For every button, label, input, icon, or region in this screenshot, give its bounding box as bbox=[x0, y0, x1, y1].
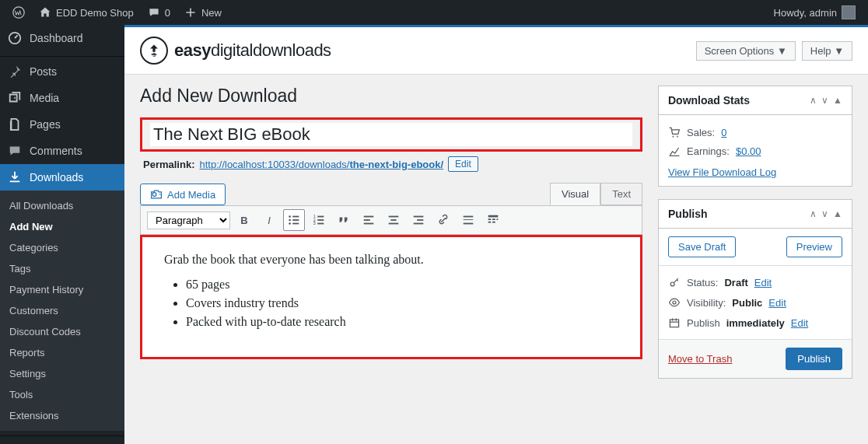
svg-rect-9 bbox=[292, 223, 299, 225]
tab-visual[interactable]: Visual bbox=[550, 183, 600, 205]
home-icon bbox=[39, 6, 51, 19]
svg-rect-29 bbox=[488, 219, 492, 220]
svg-point-0 bbox=[13, 7, 24, 18]
menu-comments[interactable]: Comments bbox=[0, 138, 124, 164]
comments-link[interactable]: 0 bbox=[142, 0, 177, 25]
dashboard-icon bbox=[8, 31, 22, 45]
menu-posts[interactable]: Posts bbox=[0, 58, 124, 85]
help-button[interactable]: Help ▼ bbox=[802, 41, 852, 61]
svg-rect-23 bbox=[417, 219, 423, 221]
submenu-discount-codes[interactable]: Discount Codes bbox=[0, 321, 124, 342]
svg-rect-22 bbox=[414, 216, 424, 218]
content-bullet: Covers industry trends bbox=[186, 296, 618, 310]
tab-text[interactable]: Text bbox=[600, 183, 642, 205]
wp-logo[interactable] bbox=[6, 0, 31, 25]
submenu-extensions[interactable]: Extensions bbox=[0, 405, 124, 426]
screen-options-button[interactable]: Screen Options ▼ bbox=[696, 41, 796, 61]
svg-point-8 bbox=[289, 222, 291, 225]
publish-title: Publish bbox=[668, 208, 708, 220]
svg-rect-11 bbox=[317, 216, 324, 218]
editor-toolbar: Paragraph B I 123 bbox=[140, 205, 642, 235]
permalink-link[interactable]: http://localhost:10033/downloads/the-nex… bbox=[199, 159, 443, 170]
permalink-edit-button[interactable]: Edit bbox=[448, 156, 478, 172]
svg-rect-21 bbox=[389, 223, 399, 225]
menu-downloads[interactable]: Downloads bbox=[0, 164, 124, 191]
svg-text:$: $ bbox=[152, 52, 156, 58]
svg-point-35 bbox=[677, 135, 678, 137]
sales-value-link[interactable]: 0 bbox=[721, 127, 726, 138]
publish-button[interactable]: Publish bbox=[786, 348, 842, 370]
svg-rect-31 bbox=[497, 219, 499, 220]
format-select[interactable]: Paragraph bbox=[147, 212, 230, 229]
align-left-button[interactable] bbox=[358, 209, 380, 231]
align-right-button[interactable] bbox=[408, 209, 429, 231]
blockquote-button[interactable] bbox=[333, 209, 355, 231]
readmore-button[interactable] bbox=[457, 209, 479, 231]
svg-point-4 bbox=[289, 215, 291, 218]
edit-visibility-link[interactable]: Edit bbox=[768, 297, 786, 309]
svg-rect-16 bbox=[364, 216, 374, 218]
bullet-list-button[interactable] bbox=[283, 209, 305, 231]
user-greeting[interactable]: Howdy, admin bbox=[768, 0, 862, 25]
menu-media[interactable]: Media bbox=[0, 85, 124, 111]
svg-point-37 bbox=[673, 301, 676, 304]
numbered-list-button[interactable]: 123 bbox=[308, 209, 330, 231]
move-down-icon[interactable]: ∨ bbox=[821, 208, 828, 219]
add-media-button[interactable]: Add Media bbox=[140, 184, 226, 205]
new-content-link[interactable]: New bbox=[178, 0, 228, 25]
svg-rect-28 bbox=[488, 215, 499, 218]
align-center-button[interactable] bbox=[383, 209, 404, 231]
earnings-value-link[interactable]: $0.00 bbox=[736, 145, 761, 157]
download-log-link[interactable]: View File Download Log bbox=[668, 166, 776, 178]
move-to-trash-link[interactable]: Move to Trash bbox=[668, 353, 732, 365]
pin-icon bbox=[8, 65, 22, 79]
move-down-icon[interactable]: ∨ bbox=[821, 95, 828, 106]
move-up-icon[interactable]: ∧ bbox=[810, 95, 817, 106]
svg-rect-38 bbox=[670, 320, 678, 327]
submenu-payment-history[interactable]: Payment History bbox=[0, 279, 124, 300]
svg-rect-27 bbox=[464, 223, 474, 225]
submenu-categories[interactable]: Categories bbox=[0, 237, 124, 258]
edit-schedule-link[interactable]: Edit bbox=[791, 317, 808, 329]
title-highlight-box bbox=[140, 117, 642, 152]
svg-rect-26 bbox=[464, 219, 474, 220]
bold-button[interactable]: B bbox=[233, 209, 255, 231]
svg-rect-15 bbox=[317, 223, 324, 225]
move-up-icon[interactable]: ∧ bbox=[810, 208, 817, 219]
preview-button[interactable]: Preview bbox=[786, 236, 842, 257]
title-input[interactable] bbox=[150, 123, 632, 146]
svg-rect-33 bbox=[492, 222, 495, 223]
menu-pages[interactable]: Pages bbox=[0, 111, 124, 138]
toolbar-toggle-button[interactable] bbox=[482, 209, 504, 231]
submenu-reports[interactable]: Reports bbox=[0, 342, 124, 363]
editor-content-area[interactable]: Grab the book that everyone has been tal… bbox=[140, 235, 642, 359]
toggle-panel-icon[interactable]: ▲ bbox=[833, 95, 842, 106]
submenu-tags[interactable]: Tags bbox=[0, 258, 124, 279]
italic-button[interactable]: I bbox=[258, 209, 280, 231]
comment-icon bbox=[8, 144, 22, 158]
submenu-customers[interactable]: Customers bbox=[0, 300, 124, 321]
menu-dashboard[interactable]: Dashboard bbox=[0, 25, 124, 51]
edit-status-link[interactable]: Edit bbox=[754, 277, 772, 288]
comments-count: 0 bbox=[165, 7, 170, 19]
svg-text:3: 3 bbox=[313, 221, 316, 225]
content-intro: Grab the book that everyone has been tal… bbox=[164, 253, 618, 267]
svg-rect-17 bbox=[364, 219, 370, 221]
site-name-link[interactable]: EDD Demo Shop bbox=[33, 0, 140, 25]
svg-point-3 bbox=[152, 193, 156, 197]
svg-point-6 bbox=[289, 219, 291, 222]
svg-rect-25 bbox=[464, 216, 474, 218]
menu-appearance[interactable]: Appearance bbox=[0, 438, 124, 444]
svg-rect-13 bbox=[317, 219, 324, 221]
submenu-settings[interactable]: Settings bbox=[0, 363, 124, 384]
svg-rect-5 bbox=[292, 216, 299, 218]
toggle-panel-icon[interactable]: ▲ bbox=[833, 208, 842, 219]
submenu-tools[interactable]: Tools bbox=[0, 384, 124, 405]
pages-icon bbox=[8, 117, 22, 131]
earnings-label: Earnings: bbox=[687, 145, 730, 157]
link-button[interactable] bbox=[432, 209, 454, 231]
calendar-icon bbox=[668, 316, 681, 329]
submenu-all-downloads[interactable]: All Downloads bbox=[0, 195, 124, 216]
save-draft-button[interactable]: Save Draft bbox=[668, 236, 736, 257]
submenu-add-new[interactable]: Add New bbox=[0, 216, 124, 237]
